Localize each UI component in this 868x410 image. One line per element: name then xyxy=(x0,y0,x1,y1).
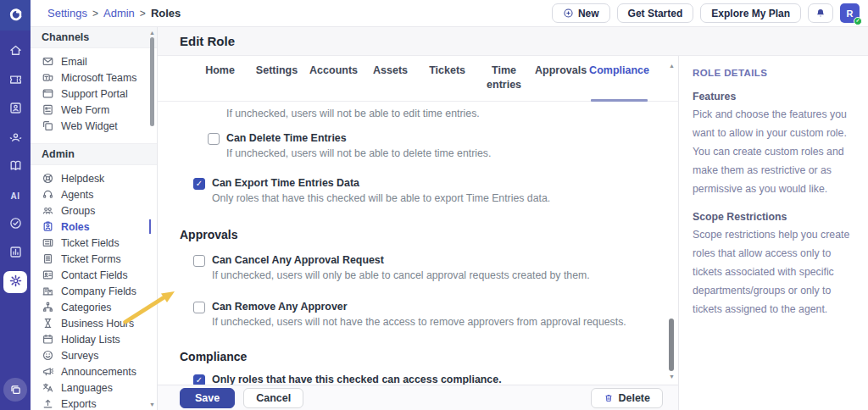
breadcrumb-admin[interactable]: Admin xyxy=(103,7,135,19)
permission-label: Can Cancel Any Approval Request xyxy=(212,254,590,266)
rail-item[interactable] xyxy=(3,242,27,264)
sidebar-scroll-up[interactable]: ▲ xyxy=(149,30,155,36)
channels-list: Email Microsoft Teams Support Portal Web… xyxy=(31,48,157,136)
explore-my-plan-button[interactable]: Explore My Plan xyxy=(700,3,801,23)
section-title-admin: Admin xyxy=(31,143,157,165)
tickets-icon xyxy=(8,72,23,90)
tab[interactable]: Home xyxy=(192,64,248,101)
rail-item[interactable] xyxy=(3,156,27,178)
admin-list: Helpdesk Agents Groups Roles xyxy=(31,165,157,410)
tab[interactable]: Accounts xyxy=(305,64,362,101)
trash-icon xyxy=(604,393,614,403)
sidebar-item[interactable]: Surveys xyxy=(31,347,157,363)
breadcrumb-settings[interactable]: Settings xyxy=(47,7,87,19)
user-avatar[interactable]: R ✓ xyxy=(840,3,860,23)
sidebar-item[interactable]: Languages xyxy=(31,380,157,396)
sidebar-item[interactable]: Holiday Lists xyxy=(31,331,157,347)
delete-button[interactable]: Delete xyxy=(591,388,663,408)
rail-item[interactable] xyxy=(3,271,27,293)
sidebar-item-label: Helpdesk xyxy=(61,173,104,185)
sidebar-item[interactable]: Web Widget xyxy=(31,118,157,134)
circle-plus-icon xyxy=(563,8,574,19)
sidebar-item[interactable]: Contact Fields xyxy=(31,267,157,283)
main-scrollbar-thumb[interactable] xyxy=(669,319,674,371)
checkbox[interactable]: ✓ xyxy=(193,302,205,313)
sidebar-item[interactable]: Categories xyxy=(31,299,157,315)
sidebar-item-label: Groups xyxy=(61,205,95,217)
headset-icon xyxy=(42,188,54,201)
tab[interactable]: Compliance xyxy=(589,64,649,101)
sidebar-item[interactable]: Announcements xyxy=(31,363,157,380)
sidebar-item[interactable]: Exports xyxy=(31,396,157,410)
freshservice-logo[interactable] xyxy=(0,0,31,30)
new-button[interactable]: New xyxy=(552,3,610,23)
get-started-button[interactable]: Get Started xyxy=(617,3,694,23)
checkbox[interactable]: ✓ xyxy=(208,133,220,145)
agents-icon xyxy=(8,130,23,147)
sidebar-item-label: Surveys xyxy=(61,350,98,362)
brand-swirl-icon xyxy=(8,8,24,24)
permission-desc: Only roles that have this checked will b… xyxy=(212,191,550,206)
checkbox[interactable]: ✓ xyxy=(193,178,205,190)
sidebar-scroll-down[interactable]: ▼ xyxy=(149,402,155,407)
sidebar-item[interactable]: Agents xyxy=(31,186,157,202)
sidebar-item[interactable]: Helpdesk xyxy=(31,170,157,186)
status-check-badge: ✓ xyxy=(854,17,862,25)
tab[interactable]: Assets xyxy=(362,64,419,101)
sidebar-item[interactable]: Ticket Fields xyxy=(31,235,157,251)
tab[interactable]: Approvals xyxy=(532,64,589,101)
sidebar-scrollbar-thumb[interactable] xyxy=(150,37,154,126)
help-chat-button[interactable] xyxy=(3,378,27,402)
languages-icon xyxy=(42,381,54,394)
sidebar-item-label: Web Widget xyxy=(61,120,118,132)
sidebar-item[interactable]: Roles xyxy=(31,219,157,235)
sidebar-item-label: Email xyxy=(61,56,87,68)
sidebar-item[interactable]: Groups xyxy=(31,202,157,219)
sidebar-item[interactable]: Company Fields xyxy=(31,283,157,299)
tab[interactable]: Tickets xyxy=(419,64,476,101)
panel-heading-scope: Scope Restrictions xyxy=(693,211,856,223)
sidebar-item-label: Holiday Lists xyxy=(61,334,120,346)
sidebar-item-label: Contact Fields xyxy=(61,269,128,281)
edit-role-panel: Home Settings Accounts Assets Tickets Ti… xyxy=(158,56,678,410)
tab[interactable]: Time entries xyxy=(476,64,532,101)
tasks-check-icon xyxy=(8,216,23,234)
rail-item[interactable] xyxy=(3,69,27,91)
main-scroll-down[interactable]: ▼ xyxy=(669,374,675,380)
panel-heading-features: Features xyxy=(693,91,856,102)
rail-item[interactable]: AI xyxy=(3,185,27,207)
section-heading-compliance: Compliance xyxy=(180,350,649,363)
breadcrumb: Settings > Admin > Roles xyxy=(47,7,181,19)
ticket-forms-icon xyxy=(42,252,54,265)
checkbox[interactable]: ✓ xyxy=(193,255,205,267)
email-icon xyxy=(42,55,54,68)
cancel-button[interactable]: Cancel xyxy=(243,388,303,408)
announcements-icon xyxy=(42,365,54,378)
sidebar-item-label: Ticket Fields xyxy=(61,237,120,249)
company-fields-icon xyxy=(42,285,54,297)
main-scroll-up[interactable]: ▲ xyxy=(669,63,675,69)
panel-title: ROLE DETAILS xyxy=(693,68,856,78)
permission-row-cancel-approval: ✓ Can Cancel Any Approval Request If unc… xyxy=(193,254,649,283)
sidebar-item-label: Categories xyxy=(61,302,111,313)
rail-item[interactable] xyxy=(3,41,27,63)
notifications-button[interactable] xyxy=(808,3,833,23)
groups-icon xyxy=(42,204,54,217)
sidebar-item[interactable]: Email xyxy=(31,53,157,69)
save-button[interactable]: Save xyxy=(180,388,235,408)
sidebar-item[interactable]: Support Portal xyxy=(31,86,157,102)
sidebar-item[interactable]: Business Hours xyxy=(31,315,157,331)
rail-item[interactable] xyxy=(3,127,27,149)
rail-item[interactable] xyxy=(3,213,27,235)
check-icon: ✓ xyxy=(196,376,203,385)
rail-item[interactable] xyxy=(3,98,27,120)
check-icon: ✓ xyxy=(196,180,203,188)
sidebar-item[interactable]: Microsoft Teams xyxy=(31,69,157,86)
permission-label: Only roles that have this checked can ac… xyxy=(212,374,649,385)
teams-icon xyxy=(42,71,54,84)
widget-icon xyxy=(42,119,54,132)
sidebar-item[interactable]: Web Form xyxy=(31,102,157,118)
tab[interactable]: Settings xyxy=(248,64,305,101)
ticket-fields-icon xyxy=(42,236,54,249)
sidebar-item[interactable]: Ticket Forms xyxy=(31,251,157,267)
